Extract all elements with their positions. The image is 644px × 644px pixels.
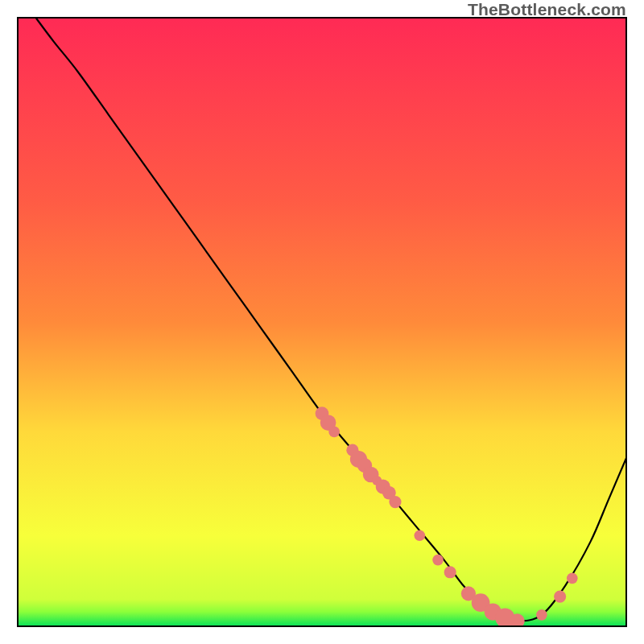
curve-marker <box>444 566 456 578</box>
plot-area <box>17 17 627 627</box>
curve-marker <box>414 530 425 541</box>
chart-frame: TheBottleneck.com <box>0 0 644 644</box>
curve-marker <box>328 427 340 438</box>
curve-marker <box>554 591 566 603</box>
bottleneck-chart <box>17 17 627 627</box>
curve-marker <box>567 573 578 584</box>
curve-marker <box>536 609 547 621</box>
curve-marker <box>432 555 444 566</box>
gradient-background <box>17 17 627 627</box>
curve-marker <box>389 496 401 508</box>
watermark-text: TheBottleneck.com <box>468 0 626 19</box>
